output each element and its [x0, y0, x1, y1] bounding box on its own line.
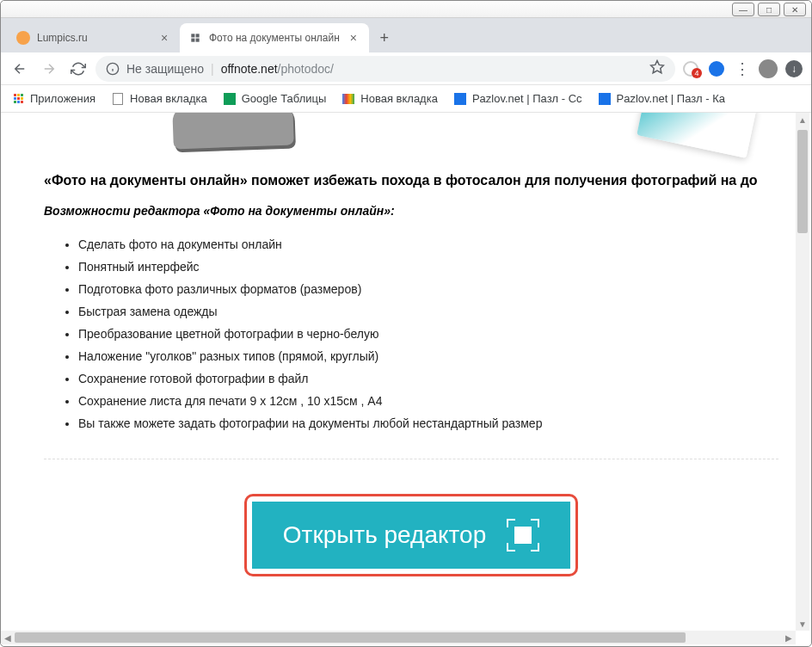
- puzzle-icon: [453, 92, 467, 106]
- profile-avatar[interactable]: [758, 59, 778, 79]
- list-item: Вы также можете задать фотографии на док…: [78, 412, 778, 434]
- apps-icon: [11, 92, 25, 106]
- page-content: «Фото на документы онлайн» поможет избеж…: [1, 113, 796, 631]
- list-item: Сохранение готовой фотографии в файл: [78, 367, 778, 390]
- features-list: Сделать фото на документы онлайн Понятны…: [78, 233, 778, 434]
- menu-button[interactable]: ⋮: [732, 59, 753, 79]
- browser-tabbar: Lumpics.ru × Фото на документы онлайн × …: [1, 18, 811, 52]
- back-button[interactable]: [8, 57, 32, 81]
- forward-button[interactable]: [37, 57, 61, 81]
- window-titlebar: — □ ✕: [1, 1, 811, 18]
- tab-lumpics[interactable]: Lumpics.ru ×: [8, 23, 180, 52]
- puzzle-icon: [598, 92, 612, 106]
- bookmark-item[interactable]: Pazlov.net | Пазл - Сс: [453, 92, 582, 106]
- new-tab-button[interactable]: +: [372, 26, 397, 50]
- cta-label: Открыть редактор: [283, 521, 486, 549]
- bookmark-item[interactable]: Новая вкладка: [111, 92, 207, 106]
- svg-marker-7: [651, 61, 664, 73]
- tab-photodoc[interactable]: Фото на документы онлайн ×: [180, 23, 369, 52]
- bookmark-item[interactable]: Новая вкладка: [341, 92, 438, 106]
- tab-title: Фото на документы онлайн: [209, 32, 340, 44]
- page-headline: «Фото на документы онлайн» поможет избеж…: [44, 173, 778, 188]
- scan-frame-icon: [507, 519, 539, 551]
- svg-rect-0: [191, 34, 194, 37]
- svg-rect-2: [191, 39, 194, 42]
- horizontal-scrollbar[interactable]: ◀ ▶: [1, 631, 796, 644]
- close-tab-icon[interactable]: ×: [347, 31, 360, 45]
- list-item: Наложение "уголков" разных типов (прямой…: [78, 345, 778, 367]
- scroll-up-arrow-icon[interactable]: ▲: [796, 113, 809, 126]
- bookmark-item[interactable]: Google Таблицы: [223, 92, 327, 106]
- hero-image-remnant: [44, 113, 778, 156]
- scrollbar-thumb[interactable]: [797, 130, 808, 233]
- list-item: Сохранение листа для печати 9 х 12см , 1…: [78, 390, 778, 412]
- scroll-right-arrow-icon[interactable]: ▶: [782, 631, 796, 644]
- divider: [44, 459, 778, 459]
- info-icon: [106, 62, 120, 76]
- scroll-down-arrow-icon[interactable]: ▼: [796, 617, 809, 631]
- favicon-icon: [16, 31, 30, 45]
- list-item: Сделать фото на документы онлайн: [78, 233, 778, 256]
- open-editor-button[interactable]: Открыть редактор: [252, 502, 570, 569]
- bookmarks-bar: Приложения Новая вкладка Google Таблицы …: [1, 85, 811, 113]
- bookmark-item[interactable]: Pazlov.net | Пазл - Ка: [598, 92, 726, 106]
- favicon-icon: [188, 31, 202, 45]
- downloads-icon[interactable]: ↓: [784, 59, 804, 79]
- browser-toolbar: Не защищено | offnote.net/photodoc/ ⋮ ↓: [1, 52, 811, 85]
- url-host: offnote.net: [221, 62, 278, 76]
- svg-rect-3: [196, 39, 200, 42]
- list-item: Понятный интерфейс: [78, 256, 778, 278]
- window-maximize-button[interactable]: □: [758, 3, 780, 16]
- reload-button[interactable]: [66, 57, 90, 81]
- security-label: Не защищено: [126, 62, 204, 76]
- vertical-scrollbar[interactable]: ▲ ▼: [796, 113, 809, 631]
- apps-shortcut[interactable]: Приложения: [11, 92, 95, 106]
- close-tab-icon[interactable]: ×: [157, 31, 171, 45]
- photo-icon: [341, 92, 355, 106]
- translate-icon[interactable]: [706, 59, 727, 79]
- sheets-icon: [223, 92, 237, 106]
- url-path: /photodoc/: [278, 62, 334, 76]
- tab-title: Lumpics.ru: [37, 32, 151, 44]
- page-subheading: Возможности редактора «Фото на документы…: [44, 204, 778, 218]
- cta-highlight-frame: Открыть редактор: [244, 494, 578, 576]
- svg-rect-1: [196, 34, 200, 37]
- window-close-button[interactable]: ✕: [784, 3, 806, 16]
- address-bar[interactable]: Не защищено | offnote.net/photodoc/: [95, 56, 675, 82]
- scroll-left-arrow-icon[interactable]: ◀: [1, 631, 15, 644]
- window-minimize-button[interactable]: —: [732, 3, 754, 16]
- bookmark-star-icon[interactable]: [649, 59, 665, 77]
- extension-badge-icon[interactable]: [680, 59, 701, 79]
- list-item: Преобразование цветной фотографии в черн…: [78, 323, 778, 345]
- page-icon: [111, 92, 125, 106]
- scrollbar-thumb[interactable]: [15, 632, 686, 643]
- list-item: Быстрая замена одежды: [78, 300, 778, 323]
- list-item: Подготовка фото различных форматов (разм…: [78, 278, 778, 300]
